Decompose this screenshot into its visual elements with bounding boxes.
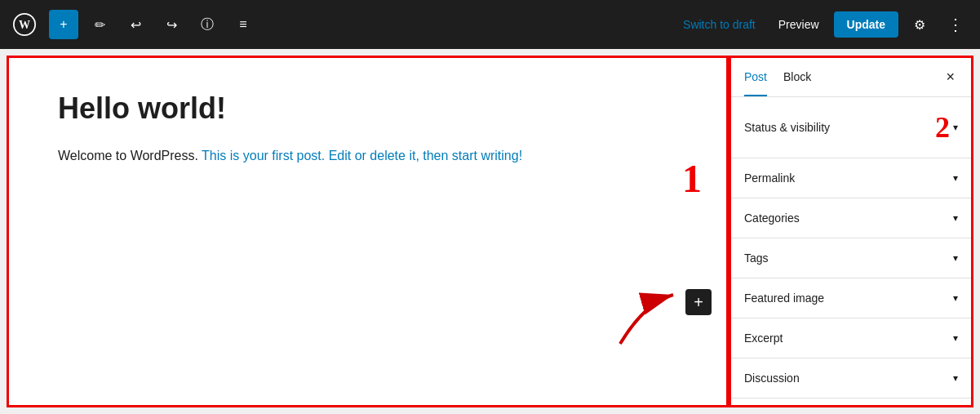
tags-label: Tags	[744, 252, 769, 265]
preview-button[interactable]: Preview	[770, 13, 827, 36]
sidebar-section-featured-image[interactable]: Featured image ▾	[731, 278, 971, 318]
more-options-button[interactable]: ⋮	[941, 10, 970, 39]
undo-button[interactable]: ↩	[121, 10, 150, 39]
info-icon: ⓘ	[201, 16, 214, 33]
categories-label: Categories	[744, 211, 800, 225]
tab-block[interactable]: Block	[783, 59, 811, 96]
chevron-down-icon: ▾	[953, 172, 958, 184]
main-toolbar: W + ✏ ↩ ↪ ⓘ ≡ Switch to draft Preview Up…	[0, 0, 980, 49]
wp-logo[interactable]: W	[10, 10, 39, 39]
sidebar: Post Block × Status & visibility 2 ▾ Per…	[729, 56, 973, 407]
sidebar-header: Post Block ×	[731, 58, 971, 97]
undo-icon: ↩	[131, 17, 141, 33]
permalink-label: Permalink	[744, 171, 795, 185]
annotation-number-2: 2	[935, 110, 950, 145]
chevron-down-icon: ▾	[953, 122, 958, 133]
chevron-down-icon: ▾	[953, 292, 958, 304]
chevron-down-icon: ▾	[953, 332, 958, 344]
add-block-inline-button[interactable]: +	[685, 289, 712, 315]
sidebar-section-excerpt[interactable]: Excerpt ▾	[731, 318, 971, 358]
gear-icon: ⚙	[914, 17, 925, 33]
red-arrow-annotation	[596, 278, 694, 360]
pencil-button[interactable]: ✏	[85, 10, 114, 39]
svg-text:W: W	[19, 19, 30, 31]
sidebar-section-discussion[interactable]: Discussion ▾	[731, 358, 971, 398]
sidebar-section-categories[interactable]: Categories ▾	[731, 198, 971, 238]
sidebar-section-status[interactable]: Status & visibility 2 ▾	[731, 97, 971, 158]
add-block-button[interactable]: +	[49, 10, 78, 39]
settings-button[interactable]: ⚙	[905, 10, 934, 39]
annotation-number-1: 1	[682, 156, 702, 201]
update-button[interactable]: Update	[834, 11, 898, 38]
chevron-down-icon: ▾	[953, 212, 958, 224]
info-button[interactable]: ⓘ	[193, 10, 222, 39]
chevron-down-icon: ▾	[953, 372, 958, 384]
toolbar-right: Switch to draft Preview Update ⚙ ⋮	[675, 10, 970, 39]
content-part1: Welcome to WordPress.	[58, 149, 202, 162]
sidebar-section-permalink[interactable]: Permalink ▾	[731, 158, 971, 198]
redo-icon: ↪	[166, 17, 177, 33]
post-content[interactable]: Welcome to WordPress. This is your first…	[58, 145, 677, 167]
editor-area: Hello world! Welcome to WordPress. This …	[7, 56, 729, 407]
chevron-down-icon: ▾	[953, 252, 958, 264]
featured-image-label: Featured image	[744, 292, 824, 305]
sidebar-close-button[interactable]: ×	[942, 65, 958, 89]
switch-to-draft-button[interactable]: Switch to draft	[675, 13, 764, 36]
redo-button[interactable]: ↪	[157, 10, 186, 39]
content-part2: This is your first post. Edit or delete …	[202, 149, 522, 162]
post-title[interactable]: Hello world!	[58, 91, 677, 126]
list-view-button[interactable]: ≡	[228, 10, 258, 39]
ellipsis-icon: ⋮	[947, 15, 964, 34]
tab-post[interactable]: Post	[744, 59, 767, 96]
list-icon: ≡	[239, 17, 246, 32]
sidebar-section-tags[interactable]: Tags ▾	[731, 238, 971, 278]
discussion-label: Discussion	[744, 372, 800, 385]
excerpt-label: Excerpt	[744, 332, 783, 345]
status-visibility-label: Status & visibility	[744, 121, 830, 134]
pencil-icon: ✏	[95, 17, 105, 33]
main-area: Hello world! Welcome to WordPress. This …	[0, 49, 980, 414]
